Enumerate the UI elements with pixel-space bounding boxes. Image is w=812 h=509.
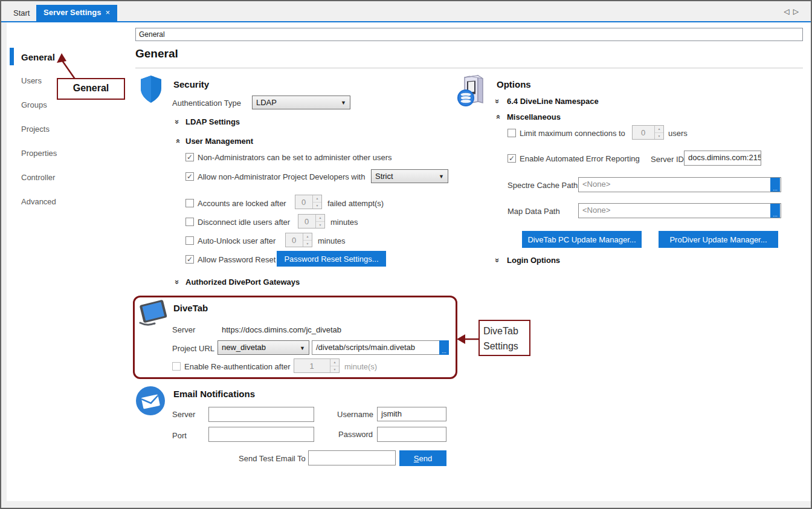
namespace-heading[interactable]: 6.4 DiveLine Namespace: [507, 97, 599, 106]
sidebar-item-general[interactable]: General: [21, 52, 55, 62]
reauth-label: Enable Re-authentication after: [184, 362, 291, 371]
email-username-label: Username: [337, 410, 373, 419]
auth-type-dropdown[interactable]: LDAP ▼: [252, 96, 350, 109]
unlock-minutes-spinner[interactable]: 0 ▲▼: [285, 233, 312, 247]
check-icon: ✓: [509, 154, 515, 163]
server-id-input[interactable]: docs.dimins.com:215: [684, 151, 761, 166]
email-password-input[interactable]: [377, 427, 446, 442]
tab-server-settings[interactable]: Server Settings×: [36, 5, 117, 21]
sidebar-item-projects[interactable]: Projects: [21, 125, 50, 134]
map-data-input[interactable]: <None>: [578, 203, 781, 218]
sidebar-item-users[interactable]: Users: [21, 76, 42, 85]
server-settings-window: Start Server Settings× ◁▷ General Users …: [0, 0, 812, 509]
error-reporting-label: Enable Automated Error Reporting: [520, 154, 640, 163]
login-options-heading[interactable]: Login Options: [507, 256, 560, 265]
spinner-up-icon[interactable]: ▲: [316, 215, 324, 221]
tab-start[interactable]: Start: [7, 6, 36, 20]
server-id-label: Server ID: [651, 155, 684, 164]
spinner-down-icon[interactable]: ▼: [313, 202, 321, 209]
error-reporting-checkbox[interactable]: ✓: [507, 154, 516, 163]
sidebar-item-groups[interactable]: Groups: [21, 100, 47, 109]
limit-users-value: 0: [633, 128, 654, 137]
tab-scroll-arrows[interactable]: ◁▷: [784, 7, 802, 16]
project-value: new_divetab: [222, 343, 266, 352]
limit-users-spinner[interactable]: 0 ▲▼: [632, 125, 664, 140]
disconnect-idle-checkbox[interactable]: [185, 218, 194, 226]
email-username-input[interactable]: jsmith: [377, 407, 446, 421]
failed-attempts-spinner[interactable]: 0 ▲▼: [295, 195, 322, 209]
nav-back-icon[interactable]: ◁: [784, 7, 793, 16]
spinner-up-icon[interactable]: ▲: [655, 126, 663, 132]
spinner-up-icon[interactable]: ▲: [303, 233, 312, 240]
divetab-callout-line1: DiveTab: [483, 323, 529, 339]
map-data-browse-button[interactable]: ...: [770, 204, 780, 218]
check-icon: ✓: [187, 153, 193, 161]
spectre-cache-label: Spectre Cache Path: [507, 181, 578, 190]
options-server-icon: [455, 74, 488, 109]
divetab-server-value: https://docs.dimins.com/jc_divetab: [222, 325, 341, 334]
spinner-down-icon[interactable]: ▼: [303, 240, 312, 247]
prodiver-update-button[interactable]: ProDiver Update Manager...: [659, 231, 778, 248]
divetab-server-label: Server: [172, 325, 195, 334]
send-test-email-input[interactable]: [308, 450, 396, 465]
project-path-browse-button[interactable]: ...: [439, 340, 449, 355]
sidebar-item-properties[interactable]: Properties: [21, 149, 57, 158]
idle-minutes-spinner[interactable]: 0 ▲▼: [298, 214, 325, 229]
accounts-locked-checkbox[interactable]: [185, 199, 194, 207]
misc-chevron-icon[interactable]: »: [494, 112, 502, 122]
spinner-up-icon[interactable]: ▲: [313, 195, 321, 202]
dropdown-arrow-icon: ▼: [341, 100, 346, 106]
reauth-suffix: minute(s): [344, 362, 377, 371]
close-tab-icon[interactable]: ×: [105, 8, 110, 17]
reauth-checkbox[interactable]: [172, 362, 181, 371]
password-reset-checkbox[interactable]: ✓: [185, 255, 194, 264]
ldap-settings-heading[interactable]: LDAP Settings: [185, 117, 240, 126]
user-management-heading[interactable]: User Management: [185, 137, 253, 146]
allow-dev-label: Allow non-Administrator Project Develope…: [198, 172, 365, 181]
spinner-down-icon[interactable]: ▼: [330, 366, 339, 372]
divetab-section-title: DiveTab: [173, 303, 208, 313]
password-reset-settings-button[interactable]: Password Reset Settings...: [277, 251, 386, 267]
dropdown-arrow-icon: ▼: [300, 345, 305, 351]
send-button[interactable]: Send: [399, 450, 446, 466]
email-port-input[interactable]: [208, 427, 314, 442]
sidebar-selected-accent: [10, 48, 14, 65]
spinner-up-icon[interactable]: ▲: [330, 359, 339, 366]
divetab-tablet-icon: [137, 299, 170, 328]
spectre-cache-input[interactable]: <None>: [578, 177, 781, 192]
email-server-input[interactable]: [208, 407, 314, 422]
limit-connections-checkbox[interactable]: [507, 129, 516, 137]
spinner-down-icon[interactable]: ▼: [316, 221, 324, 228]
spectre-cache-browse-button[interactable]: ...: [770, 178, 780, 192]
allow-dev-checkbox[interactable]: ✓: [185, 172, 194, 181]
unlock-minutes-value: 0: [286, 236, 302, 245]
password-reset-label: Allow Password Reset: [198, 255, 276, 264]
disconnect-idle-label: Disconnect idle users after: [198, 218, 290, 227]
check-icon: ✓: [187, 172, 193, 181]
spinner-down-icon[interactable]: ▼: [655, 132, 663, 139]
settings-filter-input[interactable]: General: [135, 28, 803, 41]
allow-dev-dropdown[interactable]: Strict ▼: [371, 169, 448, 183]
failed-attempts-value: 0: [295, 198, 312, 207]
security-section-title: Security: [173, 79, 209, 89]
project-dropdown[interactable]: new_divetab ▼: [218, 340, 309, 355]
dropdown-arrow-icon: ▼: [439, 173, 444, 180]
send-test-email-label: Send Test Email To: [239, 454, 306, 463]
gateways-chevron-icon[interactable]: »: [173, 277, 182, 287]
sidebar-item-controller[interactable]: Controller: [21, 173, 55, 182]
gateways-heading[interactable]: Authorized DivePort Gateways: [185, 277, 300, 287]
project-path-input[interactable]: /divetab/scripts/main.divetab: [312, 340, 440, 355]
security-shield-icon: [140, 75, 163, 104]
namespace-chevron-icon[interactable]: »: [494, 97, 502, 106]
auto-unlock-checkbox[interactable]: [185, 236, 194, 245]
reauth-minutes-spinner[interactable]: 1 ▲▼: [294, 358, 340, 373]
non-admin-label: Non-Administrators can be set to adminis…: [198, 153, 392, 162]
ldap-settings-chevron-icon[interactable]: »: [173, 117, 182, 126]
sidebar-item-advanced[interactable]: Advanced: [21, 197, 56, 206]
misc-heading[interactable]: Miscellaneous: [507, 112, 561, 122]
nav-forward-icon[interactable]: ▷: [793, 7, 802, 16]
user-management-chevron-icon[interactable]: »: [173, 137, 182, 146]
login-options-chevron-icon[interactable]: »: [494, 256, 502, 265]
non-admin-checkbox[interactable]: ✓: [185, 153, 194, 161]
divetab-pc-update-button[interactable]: DiveTab PC Update Manager...: [522, 231, 642, 248]
